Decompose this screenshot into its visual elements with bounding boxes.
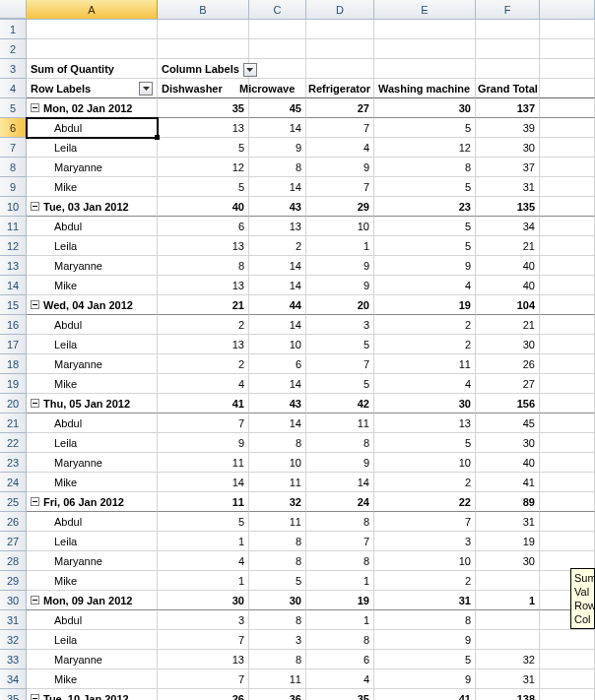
row-header-9[interactable]: 9 — [0, 177, 27, 197]
pivot-value[interactable]: 40 — [158, 197, 249, 217]
column-header-A[interactable]: A — [27, 0, 158, 19]
pivot-value[interactable]: 4 — [158, 374, 249, 394]
cell[interactable] — [476, 39, 540, 59]
pivot-measure-label[interactable]: Sum of Quantity — [27, 59, 158, 79]
row-header-34[interactable]: 34 — [0, 669, 27, 689]
pivot-value[interactable]: 4 — [306, 669, 374, 689]
pivot-value[interactable]: 7 — [158, 414, 249, 433]
pivot-value[interactable]: 43 — [249, 197, 306, 217]
cell[interactable] — [540, 394, 595, 414]
row-header-18[interactable]: 18 — [0, 354, 27, 374]
collapse-icon[interactable] — [31, 202, 39, 211]
pivot-value[interactable]: 5 — [374, 650, 476, 669]
pivot-value[interactable]: 8 — [306, 512, 374, 532]
row-header-11[interactable]: 11 — [0, 217, 27, 236]
pivot-value[interactable]: 29 — [306, 197, 374, 217]
pivot-value[interactable]: 31 — [476, 177, 540, 197]
cell[interactable] — [540, 295, 595, 315]
pivot-value[interactable]: 19 — [306, 591, 374, 610]
pivot-value[interactable]: 8 — [374, 610, 476, 630]
row-header-12[interactable]: 12 — [0, 236, 27, 256]
cell[interactable] — [540, 689, 595, 700]
pivot-group-label[interactable]: Tue, 03 Jan 2012 — [27, 197, 158, 217]
pivot-value[interactable]: 24 — [306, 492, 374, 512]
pivot-value[interactable]: 2 — [374, 315, 476, 335]
pivot-value[interactable]: 30 — [476, 138, 540, 158]
pivot-value[interactable]: 2 — [158, 354, 249, 374]
pivot-value[interactable]: 43 — [249, 394, 306, 414]
pivot-value[interactable]: 20 — [306, 295, 374, 315]
row-header-20[interactable]: 20 — [0, 394, 27, 414]
row-header-4[interactable]: 4 — [0, 79, 27, 98]
pivot-value[interactable]: 45 — [249, 98, 306, 118]
row-header-3[interactable]: 3 — [0, 59, 27, 79]
cell[interactable] — [540, 630, 595, 650]
row-header-28[interactable]: 28 — [0, 551, 27, 571]
pivot-value[interactable]: 12 — [374, 138, 476, 158]
pivot-value[interactable]: 2 — [249, 236, 306, 256]
pivot-value[interactable]: 7 — [306, 532, 374, 551]
pivot-value[interactable]: 5 — [306, 335, 374, 354]
pivot-value[interactable]: 26 — [158, 689, 249, 700]
column-header-B[interactable]: B — [158, 0, 249, 19]
pivot-value[interactable]: 7 — [306, 118, 374, 138]
pivot-detail-label[interactable]: Leila — [27, 630, 158, 650]
pivot-value[interactable]: 4 — [158, 551, 249, 571]
pivot-value[interactable]: 8 — [158, 256, 249, 276]
pivot-value[interactable]: 3 — [374, 532, 476, 551]
pivot-value[interactable]: 135 — [476, 197, 540, 217]
pivot-value[interactable]: 31 — [476, 512, 540, 532]
select-all-corner[interactable] — [0, 0, 27, 19]
cell[interactable] — [374, 39, 476, 59]
pivot-value[interactable]: 30 — [476, 335, 540, 354]
row-header-32[interactable]: 32 — [0, 630, 27, 650]
cell[interactable] — [540, 650, 595, 669]
pivot-value[interactable]: 22 — [374, 492, 476, 512]
pivot-value[interactable]: 19 — [374, 295, 476, 315]
pivot-value[interactable]: 8 — [249, 433, 306, 453]
pivot-detail-label[interactable]: Maryanne — [27, 453, 158, 473]
pivot-value[interactable]: 5 — [158, 512, 249, 532]
pivot-value[interactable]: 45 — [476, 414, 540, 433]
pivot-col-header[interactable]: Refrigerator — [306, 79, 374, 98]
cell[interactable] — [540, 236, 595, 256]
cell[interactable] — [540, 158, 595, 177]
cell[interactable] — [540, 138, 595, 158]
pivot-value[interactable]: 13 — [158, 276, 249, 295]
pivot-value[interactable]: 36 — [249, 689, 306, 700]
pivot-value[interactable]: 14 — [249, 118, 306, 138]
pivot-value[interactable]: 13 — [158, 118, 249, 138]
pivot-value[interactable]: 30 — [476, 551, 540, 571]
pivot-value[interactable]: 11 — [249, 669, 306, 689]
pivot-value[interactable]: 138 — [476, 689, 540, 700]
pivot-value[interactable]: 156 — [476, 394, 540, 414]
pivot-value[interactable]: 7 — [374, 512, 476, 532]
pivot-value[interactable]: 11 — [249, 473, 306, 492]
cell[interactable] — [374, 20, 476, 39]
pivot-value[interactable]: 14 — [249, 315, 306, 335]
pivot-detail-label[interactable]: Leila — [27, 335, 158, 354]
column-header-blank[interactable] — [540, 0, 595, 19]
pivot-value[interactable]: 8 — [306, 433, 374, 453]
pivot-value[interactable]: 5 — [374, 236, 476, 256]
collapse-icon[interactable] — [31, 596, 39, 605]
pivot-group-label[interactable]: Tue, 10 Jan 2012 — [27, 689, 158, 700]
pivot-value[interactable]: 9 — [374, 630, 476, 650]
pivot-detail-label[interactable]: Maryanne — [27, 551, 158, 571]
column-header-E[interactable]: E — [374, 0, 476, 19]
pivot-value[interactable]: 11 — [249, 512, 306, 532]
pivot-value[interactable]: 5 — [306, 374, 374, 394]
cell[interactable] — [540, 98, 595, 118]
pivot-value[interactable]: 8 — [249, 551, 306, 571]
pivot-value[interactable]: 2 — [158, 315, 249, 335]
pivot-detail-label[interactable]: Leila — [27, 433, 158, 453]
pivot-group-label[interactable]: Mon, 09 Jan 2012 — [27, 591, 158, 610]
pivot-detail-label[interactable]: Leila — [27, 236, 158, 256]
pivot-group-label[interactable]: Fri, 06 Jan 2012 — [27, 492, 158, 512]
pivot-value[interactable]: 9 — [306, 256, 374, 276]
cell[interactable] — [540, 669, 595, 689]
cell[interactable] — [158, 39, 249, 59]
pivot-detail-label[interactable]: Mike — [27, 276, 158, 295]
pivot-value[interactable]: 13 — [158, 236, 249, 256]
row-header-26[interactable]: 26 — [0, 512, 27, 532]
